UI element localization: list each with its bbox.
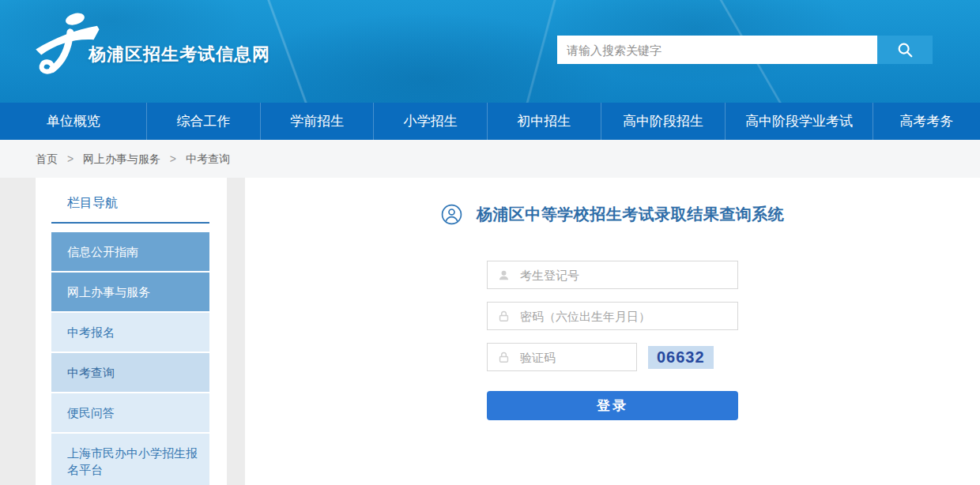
registration-number-input[interactable] (518, 268, 737, 283)
system-title-row: 杨浦区中等学校招生考试录取结果查询系统 (245, 204, 980, 225)
nav-item-senior-high-exam[interactable]: 高中阶段学业考试 (725, 103, 872, 140)
sidebar-items: 信息公开指南 网上办事与服务 中考报名 中考查询 便民问答 上海市民办中小学招生… (51, 232, 209, 485)
captcha-row: 06632 (487, 343, 738, 371)
nav-item-gaokao[interactable]: 高考考务 (873, 103, 980, 140)
sidebar-item-info-disclosure[interactable]: 信息公开指南 (51, 232, 209, 271)
header-banner: 杨浦区招生考试信息网 (0, 0, 980, 103)
nav-item-senior-high[interactable]: 高中阶段招生 (601, 103, 726, 140)
user-circle-icon (441, 204, 462, 225)
password-field-wrap (487, 302, 738, 330)
content-area: 栏目导航 信息公开指南 网上办事与服务 中考报名 中考查询 便民问答 上海市民办… (0, 178, 980, 485)
sidebar-item-private-school-platform[interactable]: 上海市民办中小学招生报名平台 (51, 434, 209, 485)
page-title: 杨浦区中等学校招生考试录取结果查询系统 (477, 204, 785, 225)
login-button[interactable]: 登录 (487, 391, 738, 420)
password-input[interactable] (518, 309, 737, 324)
user-icon (497, 269, 511, 282)
captcha-field-wrap (487, 343, 637, 371)
nav-item-preschool[interactable]: 学前招生 (260, 103, 374, 140)
sidebar-item-qa[interactable]: 便民问答 (51, 393, 209, 432)
breadcrumb-services[interactable]: 网上办事与服务 (83, 152, 160, 165)
sidebar-item-zhongkao-signup[interactable]: 中考报名 (51, 313, 209, 352)
breadcrumb: 首页 > 网上办事与服务 > 中考查询 (0, 140, 980, 178)
nav-item-junior-high[interactable]: 初中招生 (487, 103, 601, 140)
sidebar: 栏目导航 信息公开指南 网上办事与服务 中考报名 中考查询 便民问答 上海市民办… (36, 178, 227, 485)
registration-number-field-wrap (487, 261, 738, 289)
search-icon (896, 41, 914, 58)
login-form: 06632 登录 (487, 261, 738, 420)
site-title: 杨浦区招生考试信息网 (89, 43, 270, 66)
lock-icon (497, 310, 511, 323)
search-button[interactable] (877, 36, 933, 64)
sidebar-title: 栏目导航 (51, 190, 209, 224)
main-panel: 杨浦区中等学校招生考试录取结果查询系统 (245, 178, 980, 485)
breadcrumb-zhongkao-query[interactable]: 中考查询 (186, 152, 230, 165)
nav-item-unit-overview[interactable]: 单位概览 (0, 103, 146, 140)
captcha-input[interactable] (518, 350, 636, 365)
search-input[interactable] (557, 36, 877, 64)
search-bar (557, 36, 933, 64)
sidebar-item-zhongkao-query[interactable]: 中考查询 (51, 353, 209, 392)
breadcrumb-home[interactable]: 首页 (36, 152, 58, 165)
breadcrumb-separator: > (170, 152, 176, 165)
main-nav: 单位概览 综合工作 学前招生 小学招生 初中招生 高中阶段招生 高中阶段学业考试… (0, 103, 980, 140)
nav-item-primary[interactable]: 小学招生 (373, 103, 487, 140)
nav-item-general-work[interactable]: 综合工作 (146, 103, 260, 140)
lock-icon (497, 351, 511, 364)
breadcrumb-separator: > (67, 152, 74, 165)
sidebar-item-online-services[interactable]: 网上办事与服务 (51, 273, 209, 311)
captcha-code[interactable]: 06632 (648, 346, 714, 369)
